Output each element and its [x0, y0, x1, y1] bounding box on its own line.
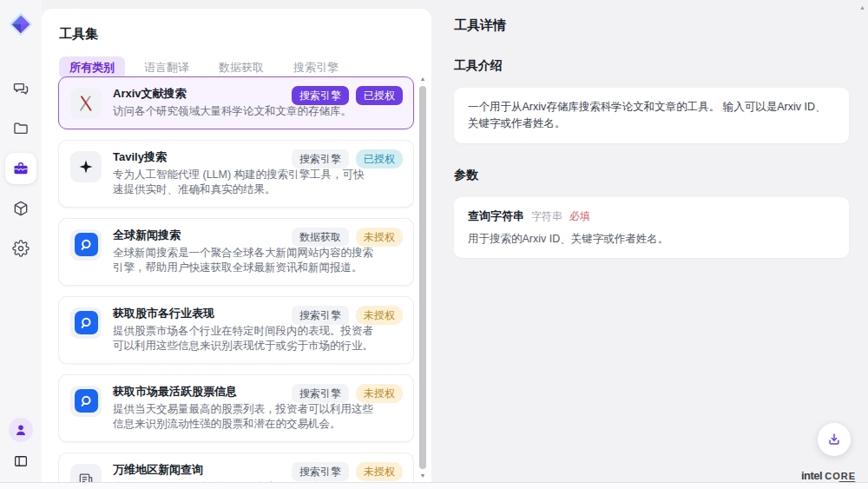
tool-category-badge: 搜索引擎 [292, 149, 349, 169]
intel-core-logo: intel CORE ultra [801, 469, 856, 482]
tool-card-5[interactable]: 万维地区新闻查询 查询具体行政区划内的新闻，快速了解各地新闻动 搜索引擎未授权 [58, 453, 414, 483]
panel-scroll-arrow-icon[interactable]: ▲ [859, 4, 865, 10]
intro-heading: 工具介绍 [454, 58, 849, 74]
tool-auth-badge: 未授权 [356, 228, 403, 247]
intro-text: 一个用于从Arxiv存储库搜索科学论文和文章的工具。 输入可以是Arxiv ID… [468, 99, 835, 132]
tool-category-badge: 数据获取 [292, 228, 349, 247]
tool-card-2[interactable]: 全球新闻搜索 全球新闻搜索是一个聚合全球各大新闻网站内容的搜索引擎，帮助用户快速… [58, 218, 414, 286]
settings-icon[interactable] [5, 233, 36, 264]
window-bottom-edge [0, 482, 868, 489]
app-logo[interactable] [9, 12, 33, 36]
news-icon [70, 464, 102, 483]
arxiv-icon [70, 88, 102, 119]
tool-card-0[interactable]: Arxiv文献搜索 访问各个研究领域大量科学论文和文章的存储库。 搜索引擎已授权 [58, 76, 414, 129]
download-icon [826, 432, 842, 447]
sidebar-nav [5, 73, 36, 264]
tool-badges: 搜索引擎未授权 [292, 306, 403, 325]
tool-category-badge: 搜索引擎 [292, 384, 349, 403]
tool-card-4[interactable]: 获取市场最活跃股票信息 提供当天交易量最高的股票列表，投资者可以利用这些信息来识… [58, 374, 414, 442]
tool-category-badge: 搜索引擎 [292, 462, 349, 481]
page-title: 工具集 [59, 26, 431, 43]
tool-badges: 搜索引擎未授权 [292, 384, 403, 403]
sidebar [0, 0, 42, 482]
tool-badges: 数据获取未授权 [292, 228, 403, 247]
tool-badges: 搜索引擎已授权 [292, 86, 403, 105]
tool-auth-badge: 未授权 [356, 462, 403, 481]
tool-desc: 全球新闻搜索是一个聚合全球各大新闻网站内容的搜索引擎，帮助用户快速获取全球最新资… [113, 246, 375, 276]
param-required-badge: 必填 [569, 209, 590, 224]
tool-desc: 专为人工智能代理 (LLM) 构建的搜索引擎工具，可快速提供实时、准确和真实的结… [113, 168, 375, 198]
brand-core: CORE [825, 471, 856, 481]
param-type: 字符串 [531, 209, 562, 224]
cube-icon[interactable] [5, 193, 36, 224]
tool-auth-badge: 已授权 [356, 86, 403, 105]
param-card: 查询字符串 字符串 必填 用于搜索的Arxiv ID、关键字或作者姓名。 [454, 197, 849, 258]
tool-category-badge: 搜索引擎 [292, 306, 349, 325]
tool-category-badge: 搜索引擎 [292, 86, 349, 105]
search-blue-icon [70, 386, 102, 417]
scroll-down-arrow-icon[interactable]: ▼ [418, 472, 427, 480]
panel-toggle-icon[interactable] [10, 451, 31, 472]
details-title: 工具详情 [454, 17, 849, 34]
sidebar-bottom [0, 418, 42, 472]
tool-details-panel: 工具详情 工具介绍 一个用于从Arxiv存储库搜索科学论文和文章的工具。 输入可… [431, 0, 868, 482]
tool-auth-badge: 已授权 [356, 149, 403, 169]
toolbox-icon[interactable] [5, 153, 36, 184]
tool-list-panel: 工具集 所有类别语言翻译数据获取搜索引擎 Arxiv文献搜索 访问各个研究领域大… [42, 9, 431, 482]
list-scrollbar[interactable]: ▲ ▼ [418, 75, 427, 480]
download-button[interactable] [818, 423, 851, 456]
app-window: 工具集 所有类别语言翻译数据获取搜索引擎 Arxiv文献搜索 访问各个研究领域大… [0, 0, 868, 489]
scroll-up-arrow-icon[interactable]: ▲ [418, 75, 427, 83]
tool-auth-badge: 未授权 [356, 306, 403, 325]
tool-card-3[interactable]: 获取股市各行业表现 提供股票市场各个行业在特定时间段内的表现。投资者可以利用这些… [58, 296, 414, 364]
params-heading: 参数 [454, 168, 849, 183]
param-desc: 用于搜索的Arxiv ID、关键字或作者姓名。 [468, 232, 835, 247]
tool-card-1[interactable]: Tavily搜索 专为人工智能代理 (LLM) 构建的搜索引擎工具，可快速提供实… [58, 140, 414, 208]
user-avatar[interactable] [9, 418, 33, 442]
tool-desc: 提供股票市场各个行业在特定时间段内的表现。投资者可以利用这些信息来识别表现优于或… [113, 324, 375, 354]
tool-desc: 提供当天交易量最高的股票列表，投资者可以利用这些信息来识别流动性强的股票和潜在的… [113, 402, 375, 433]
intro-card: 一个用于从Arxiv存储库搜索科学论文和文章的工具。 输入可以是Arxiv ID… [454, 88, 849, 143]
chat-icon[interactable] [5, 73, 36, 104]
search-blue-icon [70, 307, 102, 339]
tool-auth-badge: 未授权 [356, 384, 403, 403]
folder-icon[interactable] [5, 113, 36, 144]
search-blue-icon [70, 229, 102, 261]
tool-badges: 搜索引擎未授权 [292, 462, 403, 481]
sparkle-icon [70, 151, 102, 182]
brand-intel: intel [801, 469, 822, 482]
tool-badges: 搜索引擎已授权 [292, 149, 403, 169]
tool-list: Arxiv文献搜索 访问各个研究领域大量科学论文和文章的存储库。 搜索引擎已授权… [58, 76, 414, 482]
param-name: 查询字符串 [468, 208, 524, 224]
scrollbar-thumb[interactable] [419, 86, 426, 469]
tool-desc: 访问各个研究领域大量科学论文和文章的存储库。 [113, 104, 352, 120]
